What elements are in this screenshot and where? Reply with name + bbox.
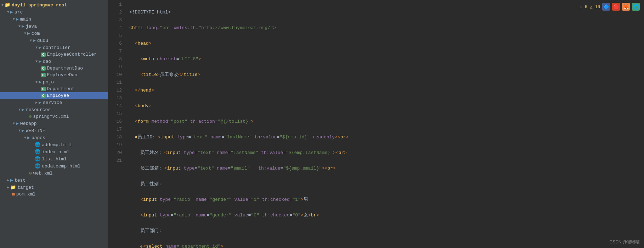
tree-department[interactable]: C Department (0, 86, 108, 92)
tree-root[interactable]: ▼ 📁 day11_springmvc_rest (0, 1, 108, 9)
class-icon-5: C (41, 94, 46, 98)
tree-dudu[interactable]: ▼ ▶ dudu (0, 37, 108, 44)
webapp-folder-icon: ▶ (16, 121, 19, 126)
tree-addemp[interactable]: 🌐 addemp.html (0, 141, 108, 148)
tree-controller[interactable]: ▼ ▶ controller (0, 44, 108, 51)
tree-springmvc-xml[interactable]: ⚙ springmvc.xml (0, 113, 108, 120)
tree-main[interactable]: ▼ ▶ main (0, 16, 108, 23)
tree-java[interactable]: ▼ ▶ java (0, 23, 108, 30)
service-folder-icon: ▶ (39, 100, 41, 105)
browser-icon[interactable]: 🌐 (632, 3, 640, 11)
root-folder-icon: 📁 (5, 2, 10, 8)
line-1: <!DOCTYPE html> (129, 9, 644, 16)
tree-pages[interactable]: ▼ ▶ pages (0, 134, 108, 141)
line-3: <head> (129, 40, 644, 48)
tree-resources[interactable]: ▼ ▶ resources (0, 106, 108, 113)
tree-pom[interactable]: m pom.xml (0, 191, 108, 198)
dao-folder-icon: ▶ (39, 59, 41, 64)
pojo-folder-icon: ▶ (39, 79, 41, 85)
warning-badge: ⚠ 6 △ 16 (580, 4, 600, 10)
line-16: ⚙<select name="department.id"> (129, 243, 644, 248)
line-5: <title>员工修改</title> (129, 71, 644, 79)
tree-dao[interactable]: ▼ ▶ dao (0, 58, 108, 65)
tree-web-xml[interactable]: ⚙ web.xml (0, 170, 108, 177)
tree-updateemp[interactable]: 🌐 updateemp.html (0, 162, 108, 170)
code-editor: ⚠ 6 △ 16 🔷 🔴 🦊 🌐 1 2 3 4 5 6 7 8 9 10 11… (108, 0, 644, 248)
tree-pojo[interactable]: ▼ ▶ pojo (0, 78, 108, 86)
tree-index[interactable]: 🌐 index.html (0, 148, 108, 155)
src-folder-icon: ▶ (10, 9, 13, 15)
tree-webinf[interactable]: ▼ ▶ WEB-INF (0, 127, 108, 134)
line-15: 员工部门: (129, 227, 644, 235)
watermark: CSDN @嘟嘟喵 (609, 239, 640, 245)
editor-content: 1 2 3 4 5 6 7 8 9 10 11 12 13 14 15 16 1… (108, 0, 644, 248)
file-tree: ▼ 📁 day11_springmvc_rest ▼ ▶ src ▼ ▶ mai… (0, 0, 108, 248)
target-folder-icon: 📁 (10, 184, 16, 190)
line-10: 员工姓名: <input type="text" name="lastName"… (129, 149, 644, 157)
tree-com[interactable]: ▼ ▶ com (0, 30, 108, 37)
com-folder-icon: ▶ (27, 31, 30, 36)
line-6: </head> (129, 87, 644, 94)
html-icon-update: 🌐 (35, 163, 40, 169)
tree-test[interactable]: ▶ ▶ test (0, 177, 108, 184)
pages-folder-icon: ▶ (27, 135, 30, 140)
class-icon-4: C (41, 87, 46, 91)
class-icon: C (41, 53, 46, 57)
line-8: <form method="post" th:action="@{/toList… (129, 118, 644, 126)
class-icon-3: C (41, 73, 46, 77)
tree-service[interactable]: ▶ ▶ service (0, 99, 108, 106)
line-numbers: 1 2 3 4 5 6 7 8 9 10 11 12 13 14 15 16 1… (108, 0, 125, 248)
tree-department-dao[interactable]: C DepartmentDao (0, 65, 108, 72)
line-4: <meta charset="UTF-8"> (129, 55, 644, 63)
dudu-folder-icon: ▶ (33, 38, 36, 43)
arrow-root: ▼ (1, 3, 4, 7)
java-folder-icon: ▶ (22, 23, 24, 29)
line-12: 员工性别: (129, 180, 644, 188)
main-folder-icon: ▶ (16, 16, 19, 22)
xml-icon-web: ⚙ (29, 170, 32, 176)
chrome-icon[interactable]: 🔴 (612, 3, 620, 11)
tree-employee-dao[interactable]: C EmployeeDao (0, 72, 108, 78)
intellij-icon[interactable]: 🔷 (602, 3, 610, 11)
tree-employee[interactable]: C Employee (0, 92, 108, 99)
line-14: <input type="radio" name="gender" value=… (129, 211, 644, 219)
line-7: <body> (129, 102, 644, 110)
html-icon-index: 🌐 (35, 149, 40, 155)
line-11: 员工邮箱: <input type="text" name="email" th… (129, 165, 644, 172)
code-content: <!DOCTYPE html> <html lang="en" xmlns:th… (125, 0, 644, 248)
line-13: <input type="radio" name="gender" value=… (129, 196, 644, 204)
line-9: ●员工ID: <input type="text" name="lastName… (129, 133, 644, 141)
tree-list[interactable]: 🌐 list.html (0, 155, 108, 162)
top-bar: ⚠ 6 △ 16 🔷 🔴 🦊 🌐 (580, 3, 640, 11)
webinf-folder-icon: ▶ (22, 128, 24, 133)
html-icon-addemp: 🌐 (35, 142, 40, 148)
firefox-icon[interactable]: 🦊 (622, 3, 630, 11)
line-2: <html lang="en" xmlns:th="http://www.thy… (129, 24, 644, 32)
xml-file-icon: ⚙ (29, 114, 32, 119)
tree-webapp[interactable]: ▼ ▶ webapp (0, 120, 108, 127)
tree-target[interactable]: ▶ 📁 target (0, 184, 108, 191)
tree-employee-controller[interactable]: C EmployeeController (0, 51, 108, 58)
pom-icon: m (12, 192, 15, 197)
controller-folder-icon: ▶ (39, 45, 41, 50)
tree-src[interactable]: ▼ ▶ src (0, 9, 108, 16)
resources-folder-icon: ▶ (22, 107, 24, 112)
test-folder-icon: ▶ (10, 177, 13, 183)
html-icon-list: 🌐 (35, 156, 40, 162)
root-label: day11_springmvc_rest (12, 2, 67, 8)
class-icon-2: C (41, 66, 46, 71)
